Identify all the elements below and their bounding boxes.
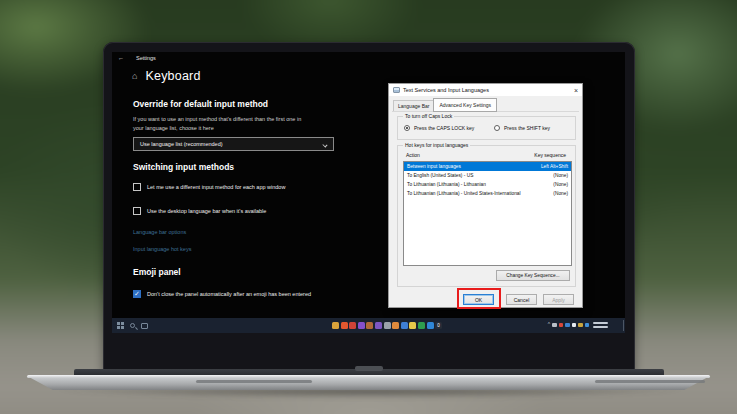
input-language-hot-keys-link[interactable]: Input language hot keys (133, 246, 191, 252)
checkbox-unchecked-icon[interactable] (133, 207, 141, 215)
tray-gold-icon[interactable] (578, 323, 583, 328)
hotkey-action: To English (United States) - US (407, 173, 473, 178)
override-description-line2: your language list, choose it here (133, 124, 301, 133)
task-view-icon[interactable] (141, 323, 148, 329)
app-yellow-icon[interactable] (409, 322, 416, 329)
hotkey-sequence: (None) (553, 173, 568, 178)
taskbar-clock[interactable] (593, 322, 608, 328)
taskbar: 0 ^ (112, 318, 625, 333)
checkbox-app-window-label: Let me use a different input method for … (147, 184, 285, 190)
system-tray: ^ (548, 322, 608, 328)
tray-red-icon[interactable] (559, 323, 564, 328)
language-bar-options-link[interactable]: Language bar options (133, 229, 186, 235)
laptop-base (29, 377, 708, 390)
laptop-vent-left (196, 380, 312, 383)
checkbox-desktop-bar[interactable]: Use the desktop language bar when it's a… (133, 207, 266, 215)
hotkey-action: To Lithuanian (Lithuania) - Lithuanian (407, 182, 486, 187)
app-browser-icon[interactable] (349, 322, 356, 329)
start-button-icon[interactable] (117, 322, 124, 329)
app-blue2-icon[interactable] (427, 322, 434, 329)
checkbox-checked-icon[interactable]: ✓ (133, 290, 141, 298)
radio-caps-lock-label: Press the CAPS LOCK key (414, 125, 474, 131)
page-title: ⌂ Keyboard (132, 69, 201, 83)
change-key-sequence-button[interactable]: Change Key Sequence... (496, 270, 570, 281)
dialog-titlebar[interactable]: Text Services and Input Languages × (389, 84, 582, 96)
dropdown-selected-value: Use language list (recommended) (140, 141, 223, 147)
laptop-base-edge (27, 375, 710, 378)
radio-unselected-icon[interactable] (494, 125, 500, 131)
hotkey-sequence: (None) (553, 191, 568, 196)
back-icon[interactable]: ← (118, 55, 124, 61)
taskbar-left (117, 322, 148, 329)
chevron-down-icon (322, 142, 327, 147)
tray-blue2-icon[interactable] (585, 323, 590, 328)
radio-selected-icon[interactable] (404, 125, 410, 131)
app-blue-icon[interactable] (401, 322, 408, 329)
apply-button: Apply (543, 294, 574, 305)
app-orange-icon[interactable] (341, 322, 348, 329)
hotkey-action: To Lithuanian (Lithuania) - United State… (407, 191, 521, 196)
app-green-icon[interactable] (418, 322, 425, 329)
column-action: Action (406, 152, 420, 158)
home-icon: ⌂ (132, 71, 137, 81)
page-title-text: Keyboard (145, 69, 200, 83)
checkbox-desktop-bar-label: Use the desktop language bar when it's a… (147, 208, 266, 214)
taskbar-pinned-apps: 0 (332, 322, 442, 329)
tab-advanced-key-settings[interactable]: Advanced Key Settings (433, 98, 497, 112)
hotkey-row[interactable]: To Lithuanian (Lithuania) - Lithuanian (… (404, 180, 571, 189)
app-purple-icon[interactable] (358, 322, 365, 329)
hotkey-action: Between input languages (407, 164, 461, 169)
app-violet-icon[interactable] (375, 322, 382, 329)
tray-gray-icon[interactable] (552, 323, 557, 328)
close-icon[interactable]: × (574, 87, 578, 94)
dialog-tabs: Language Bar Advanced Key Settings (393, 98, 497, 112)
app-dark-o-icon[interactable]: 0 (435, 322, 442, 329)
hotkeys-listbox[interactable]: Between input languages Left Alt+Shift T… (403, 161, 572, 266)
cancel-button[interactable]: Cancel (506, 294, 537, 305)
dialog-app-icon (393, 87, 400, 93)
radio-caps-lock[interactable]: Press the CAPS LOCK key (404, 125, 474, 131)
laptop-hinge-notch (355, 366, 383, 371)
hotkeys-column-headers: Action Key sequence (406, 152, 566, 158)
radio-shift-label: Press the SHIFT key (504, 125, 550, 131)
hotkey-row[interactable]: Between input languages Left Alt+Shift (404, 162, 571, 171)
checkbox-emoji-panel[interactable]: ✓ Don't close the panel automatically af… (133, 290, 311, 298)
tray-expand-icon[interactable]: ^ (548, 322, 550, 327)
search-icon[interactable] (130, 323, 135, 328)
laptop-vent-right (595, 380, 705, 383)
checkbox-app-window[interactable]: Let me use a different input method for … (133, 183, 285, 191)
radio-shift[interactable]: Press the SHIFT key (494, 125, 550, 131)
emoji-section-heading: Emoji panel (133, 267, 181, 277)
checkbox-emoji-panel-label: Don't close the panel automatically afte… (147, 291, 311, 297)
app-file-explorer-icon[interactable] (332, 322, 339, 329)
settings-titlebar: ← Settings (118, 55, 156, 61)
hotkey-row[interactable]: To English (United States) - US (None) (404, 171, 571, 180)
dialog-title: Text Services and Input Languages (403, 87, 489, 93)
laptop-screen: ← Settings ⌂ Keyboard Override for defau… (112, 52, 625, 333)
caps-lock-group: To turn off Caps Lock Press the CAPS LOC… (397, 116, 576, 140)
text-services-dialog: Text Services and Input Languages × Lang… (388, 83, 583, 308)
switching-section-heading: Switching input methods (133, 162, 234, 172)
ok-annotation-box (457, 288, 501, 309)
app-brown-icon[interactable] (366, 322, 373, 329)
tray-white-icon[interactable] (572, 323, 577, 328)
override-description-line1: If you want to use an input method that'… (133, 115, 301, 124)
hotkey-row[interactable]: To Lithuanian (Lithuania) - United State… (404, 189, 571, 198)
default-input-method-dropdown[interactable]: Use language list (recommended) (133, 137, 334, 151)
show-desktop-button[interactable] (623, 320, 624, 331)
settings-app-title: Settings (136, 55, 156, 61)
laptop-shadow (50, 389, 690, 399)
hotkey-sequence: Left Alt+Shift (541, 164, 568, 169)
hotkey-sequence: (None) (553, 182, 568, 187)
column-key-sequence: Key sequence (534, 152, 566, 158)
override-description: If you want to use an input method that'… (133, 115, 301, 133)
checkbox-unchecked-icon[interactable] (133, 183, 141, 191)
hotkeys-group: Hot keys for input languages Action Key … (397, 145, 576, 287)
app-gray-icon[interactable] (384, 322, 391, 329)
caps-lock-group-legend: To turn off Caps Lock (403, 113, 454, 119)
override-section-heading: Override for default input method (133, 99, 268, 109)
app-people-icon[interactable] (392, 322, 399, 329)
tray-blue-icon[interactable] (565, 323, 570, 328)
hotkeys-group-legend: Hot keys for input languages (403, 142, 470, 148)
